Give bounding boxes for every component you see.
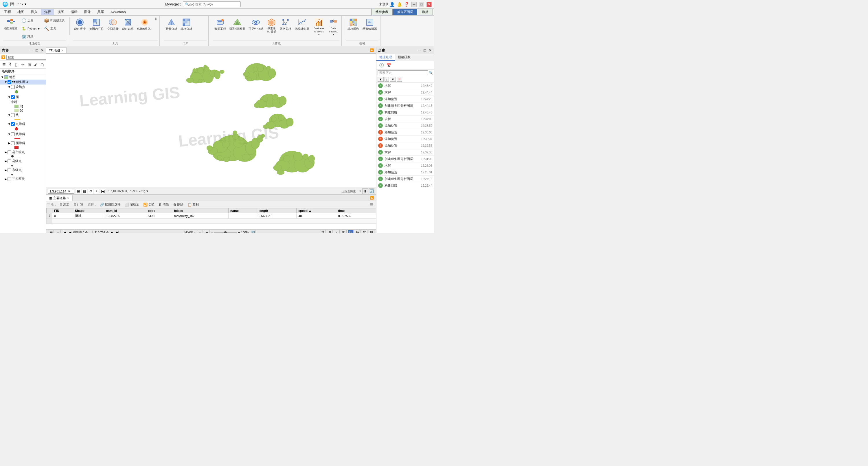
pause-btn[interactable]: ⏸ [362, 188, 368, 194]
mark-btn[interactable]: 标 [355, 230, 361, 233]
ribbon-btn-tools[interactable]: 🔨 工具 [42, 25, 66, 32]
menu-axwoman[interactable]: Axwoman [107, 9, 129, 15]
history-close[interactable]: ✕ [428, 48, 432, 53]
copy-btn[interactable]: 📋 复制 [186, 202, 200, 207]
col-osmid[interactable]: osm_id [104, 208, 146, 213]
col-code[interactable]: code [146, 208, 172, 213]
tree-item-county-city-point[interactable]: ▶ 县市级点 [0, 150, 46, 154]
ribbon-btn-network-analysis[interactable]: 网络分析 [278, 17, 293, 32]
tab-data[interactable]: 数据 [418, 9, 433, 15]
tree-item-face-barrier[interactable]: ▶ 面障碍 [0, 141, 46, 146]
map-tab[interactable]: 🗺 地图 ✕ [46, 48, 66, 53]
tree-item-facilities[interactable]: ▼ 设施点 [0, 85, 46, 89]
zoom-plus-btn[interactable]: + [238, 231, 240, 233]
mcp-checkbox[interactable] [7, 168, 11, 172]
contents-float[interactable]: ◫ [34, 48, 39, 53]
history-bottom-btn[interactable]: 历 [348, 230, 353, 233]
history-item-14[interactable]: ✓ 添加位置 12:28:01 [376, 169, 434, 176]
scale-selector[interactable]: 1:3,961,114 ▼ [48, 189, 74, 194]
next-btn[interactable]: ▶ [110, 230, 114, 233]
mcp-expand[interactable]: ▶ [4, 169, 7, 172]
map-view[interactable]: Learning GIS Learning GIS [46, 54, 376, 187]
ribbon-btn-python[interactable]: 🐍 Python ▼ [20, 25, 42, 32]
menu-insert[interactable]: 插入 [28, 9, 40, 15]
nav-btn[interactable]: 导 [320, 230, 326, 233]
ribbon-btn-env[interactable]: ⚙️ 环境 [20, 33, 42, 40]
filter-minus-btn[interactable]: − [197, 230, 203, 233]
select-btn[interactable]: ⬡ [39, 61, 45, 68]
table-menu-btn[interactable]: ☰ [368, 202, 375, 207]
ribbon-btn-geostat[interactable]: 地统计向导 [293, 17, 311, 32]
ribbon-btn-raster-func[interactable]: fx 栅格函数 [346, 17, 361, 32]
quick-save[interactable]: 💾 [9, 2, 16, 6]
map-collapse-btn[interactable]: 🔼 [368, 48, 376, 53]
notification-icon[interactable]: 🔔 [397, 2, 402, 7]
quick-more[interactable]: ▼ [24, 3, 27, 6]
pb-checkbox[interactable] [11, 122, 15, 126]
menu-view[interactable]: 视图 [54, 9, 67, 15]
history-item-8[interactable]: ! 添加位置 12:33:08 [376, 129, 434, 136]
plus-icon[interactable]: + [94, 189, 99, 194]
tree-item-service-area[interactable]: ▼ 🗺 服务区 4 [0, 80, 46, 85]
ribbon-btn-data-engineering[interactable]: ! 数据工程 [213, 17, 227, 32]
tab-service-area[interactable]: 服务区图层 [393, 9, 417, 15]
ribbon-btn-model-builder[interactable]: 模型构建器 [3, 17, 19, 31]
facilities-expand[interactable]: ▼ [7, 85, 11, 89]
contents-minimize[interactable]: — [29, 48, 34, 53]
history-item-13[interactable]: ✓ 求解 12:28:08 [376, 163, 434, 169]
ccp-expand[interactable]: ▶ [4, 150, 7, 154]
attr-btn[interactable]: 属 [327, 230, 333, 233]
cp-checkbox[interactable] [7, 159, 11, 163]
toggle-btn[interactable]: 🔁 切换 [142, 202, 156, 207]
menu-image[interactable]: 影像 [81, 9, 94, 15]
add-field-btn[interactable]: ⊞ 添加 [58, 202, 71, 207]
history-item-2[interactable]: ✓ 求解 12:44:44 [376, 89, 434, 96]
refresh-btn[interactable]: 🔄 [369, 188, 374, 194]
geo-btn[interactable]: 地 [341, 230, 347, 233]
history-float[interactable]: ◫ [423, 48, 427, 53]
line-checkbox[interactable] [11, 113, 15, 117]
ribbon-btn-raster-analysis[interactable]: 栅格分析 [179, 17, 193, 32]
hosp-checkbox[interactable] [7, 177, 11, 181]
prev-page-btn[interactable]: |◀ [62, 230, 67, 233]
zoom-refresh-btn[interactable]: 🔄 [250, 230, 255, 233]
history-item-12[interactable]: ✓ 创建服务区分析图层 12:31:06 [376, 156, 434, 163]
menu-project[interactable]: 工程 [1, 9, 14, 15]
sort-btn[interactable]: ↕ [384, 77, 389, 82]
command-search-input[interactable] [189, 3, 238, 6]
history-item-15[interactable]: ✓ 创建服务区分析图层 12:27:16 [376, 176, 434, 182]
ribbon-btn-visibility[interactable]: 可见性分析 [247, 17, 265, 32]
tree-item-map[interactable]: ▼ 地图 [0, 75, 46, 80]
history-item-9[interactable]: ! 添加位置 12:33:04 [376, 136, 434, 142]
quick-undo[interactable]: ↩ [17, 2, 19, 6]
chart-view-btn[interactable]: ≡ [55, 230, 61, 233]
col-time[interactable]: time [336, 208, 376, 213]
menu-analysis[interactable]: 分析 [41, 9, 54, 15]
fb-checkbox[interactable] [11, 141, 15, 145]
filter-eq-btn[interactable]: ═ [204, 230, 210, 233]
grid-btn[interactable]: ⊞ [26, 61, 32, 68]
prev-btn[interactable]: ◀ [68, 230, 72, 233]
col-fclass[interactable]: fclass [172, 208, 228, 213]
table-collapse-btn[interactable]: 🔼 [368, 195, 376, 200]
facilities-checkbox[interactable] [11, 85, 15, 89]
table-icon[interactable]: ▦ [82, 189, 87, 194]
service-area-expand[interactable]: ▼ [4, 81, 7, 84]
menu-share[interactable]: 共享 [94, 9, 107, 15]
map-expand-icon[interactable]: ▼ [1, 76, 4, 79]
sort-dropdown-btn[interactable]: ▼ [390, 77, 396, 82]
clear-btn[interactable]: 🗑 清除 [157, 202, 170, 207]
tab-linear-ref[interactable]: 线性参考 [371, 9, 393, 15]
fb-expand[interactable]: ▶ [7, 142, 11, 145]
tree-item-city-point[interactable]: ▶ 市级点 [0, 168, 46, 173]
ribbon-btn-func-editor[interactable]: ✏ 函数编辑器 [361, 17, 378, 32]
history-item-3[interactable]: ✓ 添加位置 12:44:29 [376, 96, 434, 103]
delete-btn[interactable]: 🗑 删除 [172, 202, 185, 207]
tree-item-face[interactable]: ▼ 面 [0, 95, 46, 99]
history-item-16[interactable]: ✓ 构建网络 12:26:44 [376, 182, 434, 189]
sync-icon[interactable]: ⟲ [88, 189, 93, 194]
history-item-1[interactable]: ✓ 求解 12:45:40 [376, 83, 434, 89]
table-row-2[interactable] [46, 219, 376, 224]
lb-checkbox[interactable] [11, 132, 15, 136]
face-expand[interactable]: ▼ [7, 95, 11, 99]
